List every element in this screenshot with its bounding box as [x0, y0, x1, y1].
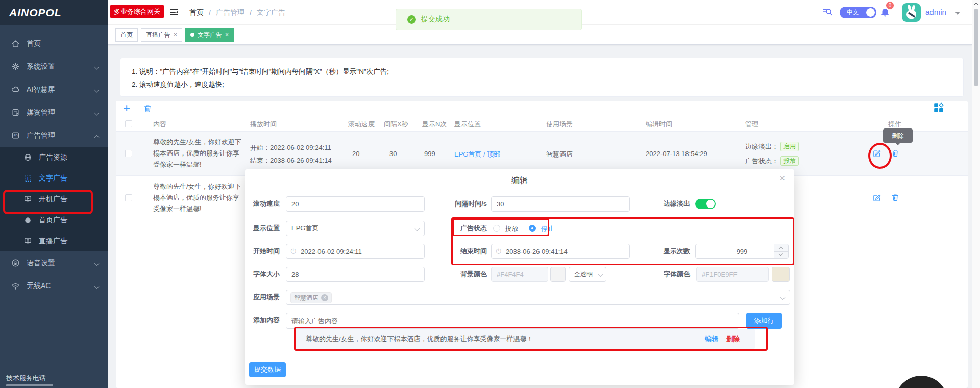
tab-text-ad[interactable]: 文字广告 ×: [185, 28, 234, 42]
sidebar-item-label: 文字广告: [39, 174, 67, 183]
tab-label: 文字广告: [198, 31, 222, 39]
ad-content-text: 尊敬的先生/女生，你好欢迎下榻本酒店，优质的服务让你享受像家一样温馨！: [306, 335, 533, 343]
batch-delete-icon[interactable]: [143, 104, 152, 115]
cell-edittime: 2022-07-13 18:54:29: [646, 150, 707, 158]
add-line-button[interactable]: 添加行: [746, 313, 782, 329]
delete-link[interactable]: 删除: [726, 329, 740, 349]
font-color-input[interactable]: [696, 267, 769, 282]
bg-color-swatch[interactable]: [550, 267, 566, 282]
table-header: 内容 播放时间 滚动速度 间隔X秒 显示N次 显示位置 使用场景 编辑时间 管理…: [116, 117, 968, 132]
avatar[interactable]: [902, 3, 921, 22]
breadcrumb-home[interactable]: 首页: [189, 8, 204, 17]
sidebar-item-text-ad[interactable]: T 文字广告: [0, 168, 108, 189]
breadcrumb-text-ad[interactable]: 文字广告: [257, 8, 285, 17]
language-toggle[interactable]: 中文: [840, 7, 876, 18]
scene-tag-label: 智慧酒店: [294, 293, 318, 303]
search-icon[interactable]: [822, 7, 833, 19]
svg-text:T: T: [27, 176, 30, 181]
microphone-icon: [11, 258, 20, 267]
sidebar-item-label: 媒资管理: [27, 108, 55, 117]
font-color-swatch[interactable]: [772, 267, 790, 282]
submit-button[interactable]: 提交数据: [249, 362, 286, 377]
select-all-checkbox[interactable]: [125, 120, 132, 127]
add-content-input[interactable]: [286, 313, 739, 329]
add-content-label: 添加内容: [234, 313, 280, 328]
brand-logo: AINOPOL: [0, 0, 108, 25]
spinner-up-icon[interactable]: [779, 247, 783, 251]
edit-icon[interactable]: [872, 193, 881, 203]
cell-times: 999: [424, 150, 435, 158]
app-root: AINOPOL 首页 系统设置 AI智慧屏 媒资管理 AD 广告管理: [0, 0, 980, 388]
sidebar-item-label: 开机广告: [39, 195, 67, 204]
sidebar-item-system-settings[interactable]: 系统设置: [0, 55, 108, 78]
toast-message: 提交成功: [421, 15, 450, 24]
scroll-up-arrow[interactable]: [974, 3, 979, 8]
delete-icon[interactable]: [891, 149, 899, 159]
row-checkbox[interactable]: [125, 194, 132, 201]
scroll-thumb[interactable]: [974, 9, 978, 86]
sidebar-item-label: 无线AC: [27, 281, 51, 291]
close-icon[interactable]: ×: [174, 31, 177, 38]
sidebar-item-boot-ad[interactable]: 开机广告: [0, 189, 108, 210]
scroll-speed-input[interactable]: [286, 196, 425, 212]
tab-label: 直播广告: [146, 31, 170, 39]
start-time-input[interactable]: [286, 244, 425, 259]
bg-alpha-select[interactable]: 全透明: [569, 267, 606, 282]
sidebar-submenu: 广告资源 T 文字广告 开机广告 首页广告 直播广告: [0, 147, 108, 251]
sidebar-item-media[interactable]: 媒资管理: [0, 101, 108, 124]
sidebar-item-live-ad[interactable]: 直播广告: [0, 230, 108, 251]
sidebar-item-ai-screen[interactable]: AI智慧屏: [0, 78, 108, 101]
bg-color-input[interactable]: [491, 267, 548, 282]
position-sub-link[interactable]: 顶部: [487, 150, 500, 158]
sidebar-item-wireless-ac[interactable]: 无线AC: [0, 274, 108, 297]
font-size-input[interactable]: [286, 267, 425, 282]
radio-option-stop[interactable]: 停止: [529, 224, 554, 234]
caret-down-icon[interactable]: [955, 12, 960, 15]
close-icon[interactable]: ×: [225, 31, 229, 38]
chevron-down-icon: [94, 261, 100, 266]
delete-icon[interactable]: [891, 193, 899, 203]
spinner-down-icon[interactable]: [779, 252, 783, 256]
end-time-input[interactable]: [491, 244, 630, 259]
sidebar-item-homepage-ad[interactable]: 首页广告: [0, 210, 108, 230]
wifi-icon: [11, 281, 20, 290]
homepage-ad-icon: [23, 216, 32, 224]
edit-icon[interactable]: [872, 149, 881, 159]
ad-icon: AD: [11, 131, 20, 140]
radio-icon[interactable]: [493, 225, 500, 232]
col-scene: 使用场景: [546, 120, 573, 129]
tag-close-icon[interactable]: ×: [321, 294, 328, 301]
sidebar-item-home[interactable]: 首页: [0, 32, 108, 55]
end-time-label: 结束时间: [441, 244, 487, 259]
svg-text:AD: AD: [13, 134, 17, 137]
radio-icon-selected[interactable]: [529, 225, 536, 232]
edge-fade-toggle[interactable]: [695, 199, 716, 209]
ad-status-tag: 投放: [780, 156, 799, 166]
add-row-icon[interactable]: +: [123, 101, 130, 115]
edit-link[interactable]: 编辑: [705, 329, 718, 349]
sidebar-item-ad-management[interactable]: AD 广告管理: [0, 124, 108, 147]
success-toast: ✓ 提交成功: [396, 9, 582, 30]
radio-option-play[interactable]: 投放: [493, 224, 519, 234]
tab-home[interactable]: 首页: [115, 28, 138, 42]
apply-scene-select[interactable]: 智慧酒店 ×: [286, 290, 790, 305]
bg-color-label: 背景颜色: [441, 267, 487, 282]
tab-live-ad[interactable]: 直播广告 ×: [141, 28, 182, 42]
sidebar-item-voice-settings[interactable]: 语音设置: [0, 251, 108, 274]
check-circle-icon: ✓: [407, 15, 416, 24]
position-main-link[interactable]: EPG首页: [454, 150, 481, 158]
chevron-down-icon: [94, 284, 100, 289]
gateway-badge: 多业务综合网关: [110, 5, 164, 18]
breadcrumb-ad-management[interactable]: 广告管理: [216, 8, 244, 17]
page-scrollbar[interactable]: [972, 0, 980, 388]
column-settings-icon[interactable]: [933, 102, 944, 115]
close-icon[interactable]: ×: [779, 173, 785, 184]
interval-input[interactable]: [491, 196, 630, 212]
cell-position: EPG首页 / 顶部: [454, 150, 500, 159]
hamburger-icon[interactable]: [169, 7, 179, 19]
cell-content: 尊敬的先生/女生，你好欢迎下榻本酒店，优质的服务让你享受像家一样温馨!: [153, 137, 245, 170]
user-menu[interactable]: admin: [925, 8, 946, 16]
display-position-select[interactable]: EPG首页: [286, 221, 425, 236]
sidebar-item-ad-resources[interactable]: 广告资源: [0, 147, 108, 168]
row-checkbox[interactable]: [125, 150, 132, 157]
